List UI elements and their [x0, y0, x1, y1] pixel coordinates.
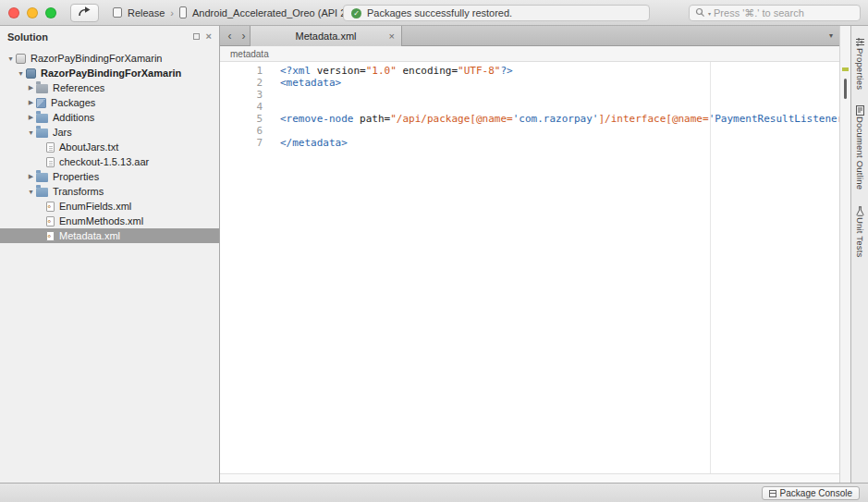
tree-item-label: RazorPayBindingForXamarin — [41, 67, 181, 79]
tree-item-enumfields-xml[interactable]: EnumFields.xml — [0, 199, 219, 214]
tree-item-label: EnumMethods.xml — [59, 215, 143, 227]
tree-item-label: Packages — [51, 97, 95, 108]
line-number: 5 — [220, 113, 263, 125]
tree-item-enummethods-xml[interactable]: EnumMethods.xml — [0, 214, 219, 228]
tab-title: Metadata.xml — [295, 31, 356, 42]
tree-item-jars[interactable]: ▼Jars — [0, 125, 219, 140]
code-line[interactable]: 7</metadata> — [220, 137, 839, 149]
file-icon — [46, 157, 55, 167]
code-text: <metadata> — [280, 77, 341, 89]
side-tab-unit-tests[interactable]: Unit Tests — [855, 203, 865, 258]
package-console-label: Package Console — [780, 488, 852, 498]
tree-item-label: Transforms — [53, 186, 104, 197]
search-scope-chevron-icon[interactable] — [708, 10, 711, 17]
minimize-window-button[interactable] — [27, 7, 38, 18]
tree-item-razorpaybindingforxamarin[interactable]: ▼RazorPayBindingForXamarin — [0, 51, 219, 66]
breadcrumb[interactable]: metadata — [220, 46, 839, 62]
run-arrow-icon — [78, 6, 92, 20]
tree-item-aboutjars-txt[interactable]: AboutJars.txt — [0, 140, 219, 154]
solution-pad-header: Solution — [0, 26, 219, 47]
tree-item-razorpaybindingforxamarin[interactable]: ▼RazorPayBindingForXamarin — [0, 66, 219, 80]
side-tab-label: Unit Tests — [855, 217, 865, 258]
tree-item-label: Metadata.xml — [59, 230, 120, 241]
tree-item-additions[interactable]: ▶Additions — [0, 110, 219, 125]
code-line[interactable]: 6 — [220, 125, 839, 137]
target-selector: Release Android_Accelerated_Oreo (API 28… — [113, 6, 355, 18]
main-area: Solution ▼RazorPayBindingForXamarin▼Razo… — [0, 26, 868, 483]
side-tab-properties[interactable]: Properties — [855, 34, 865, 90]
disclosure-expanded-icon[interactable]: ▼ — [26, 189, 36, 195]
disclosure-expanded-icon[interactable]: ▼ — [26, 129, 36, 136]
code-line[interactable]: 5<remove-node path="/api/package[@name='… — [220, 113, 839, 125]
properties-icon — [855, 34, 865, 44]
code-text: <remove-node path="/api/package[@name='c… — [280, 113, 839, 125]
disclosure-collapsed-icon[interactable]: ▶ — [26, 99, 36, 106]
tree-item-label: checkout-1.5.13.aar — [59, 156, 149, 167]
line-number: 1 — [220, 65, 263, 77]
code-editor[interactable]: 1<?xml version="1.0" encoding="UTF-8"?>2… — [220, 62, 839, 473]
tree-item-packages[interactable]: ▶Packages — [0, 95, 219, 110]
line-number: 6 — [220, 125, 263, 137]
search-icon — [695, 5, 705, 21]
file-xml-icon — [46, 202, 55, 212]
solution-tree: ▼RazorPayBindingForXamarin▼RazorPayBindi… — [0, 51, 219, 243]
close-window-button[interactable] — [8, 7, 19, 18]
zoom-window-button[interactable] — [45, 7, 56, 18]
tree-item-label: RazorPayBindingForXamarin — [31, 53, 162, 64]
tree-item-label: Properties — [53, 171, 99, 182]
solution-pad: Solution ▼RazorPayBindingForXamarin▼Razo… — [0, 26, 220, 483]
package-console-icon — [769, 490, 776, 497]
tree-item-label: Additions — [53, 112, 94, 123]
changed-lines-mark — [842, 67, 849, 71]
status-message: Packages successfully restored. — [367, 7, 512, 18]
status-bar: Packages successfully restored. — [343, 5, 650, 21]
line-number: 7 — [220, 137, 263, 149]
bottom-bar: Package Console — [0, 483, 868, 502]
build-run-button[interactable] — [70, 4, 99, 22]
document-outline-icon — [855, 103, 865, 113]
disclosure-expanded-icon[interactable]: ▼ — [6, 55, 16, 62]
chevron-right-icon — [170, 7, 174, 18]
search-box[interactable] — [689, 5, 861, 21]
tree-item-label: AboutJars.txt — [59, 141, 118, 153]
tree-item-checkout-1-5-13-aar[interactable]: checkout-1.5.13.aar — [0, 154, 219, 169]
disclosure-collapsed-icon[interactable]: ▶ — [26, 173, 36, 180]
configuration-selector[interactable]: Release — [128, 7, 165, 18]
vertical-scrollbar[interactable] — [839, 26, 850, 483]
success-check-icon — [351, 8, 361, 18]
unit-tests-icon — [855, 203, 865, 214]
tree-item-metadata-xml[interactable]: Metadata.xml — [0, 228, 219, 243]
tree-item-transforms[interactable]: ▼Transforms — [0, 184, 219, 199]
disclosure-collapsed-icon[interactable]: ▶ — [26, 84, 36, 92]
pad-title: Solution — [7, 31, 48, 43]
configuration-icon — [113, 7, 122, 18]
disclosure-expanded-icon[interactable]: ▼ — [16, 70, 26, 77]
code-line[interactable]: 1<?xml version="1.0" encoding="UTF-8"?> — [220, 65, 839, 77]
tree-item-references[interactable]: ▶References — [0, 80, 219, 95]
search-input[interactable] — [714, 7, 854, 18]
navigate-back-icon[interactable] — [224, 27, 236, 45]
navigate-forward-icon[interactable] — [238, 27, 250, 45]
folder-icon — [36, 114, 48, 123]
package-console-button[interactable]: Package Console — [762, 486, 860, 500]
device-selector[interactable]: Android_Accelerated_Oreo (API 28) — [192, 7, 355, 18]
dock-pad-icon[interactable] — [193, 33, 200, 40]
breadcrumb-node[interactable]: metadata — [230, 49, 269, 59]
horizontal-scrollbar[interactable] — [220, 473, 839, 483]
vs-mac-window: Release Android_Accelerated_Oreo (API 28… — [0, 0, 868, 502]
scrollbar-thumb[interactable] — [844, 79, 847, 99]
code-line[interactable]: 3 — [220, 89, 839, 101]
tree-item-properties[interactable]: ▶Properties — [0, 169, 219, 184]
tab-close-icon[interactable] — [389, 31, 395, 41]
references-icon — [36, 84, 48, 93]
folder-icon — [36, 129, 48, 138]
close-pad-icon[interactable] — [206, 31, 212, 42]
code-line[interactable]: 2<metadata> — [220, 77, 839, 89]
code-lines: 1<?xml version="1.0" encoding="UTF-8"?>2… — [220, 62, 839, 149]
side-tab-document-outline[interactable]: Document Outline — [855, 103, 865, 190]
code-line[interactable]: 4 — [220, 101, 839, 113]
editor-tab-metadata-xml[interactable]: Metadata.xml — [250, 26, 402, 46]
disclosure-collapsed-icon[interactable]: ▶ — [26, 114, 36, 121]
line-number: 4 — [220, 101, 263, 113]
tab-overflow-chevron-icon[interactable] — [829, 31, 833, 40]
